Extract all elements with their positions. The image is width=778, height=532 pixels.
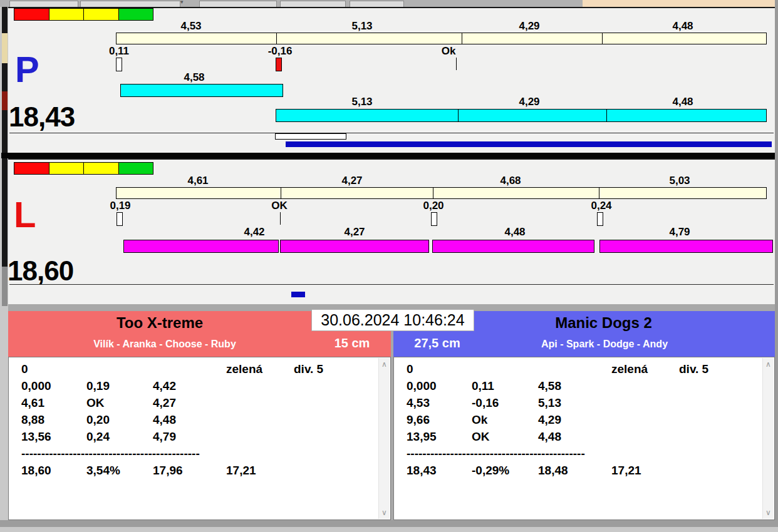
dog-names: Vilík - Aranka - Choose - Ruby <box>39 339 290 350</box>
p-fault-label: 0,11 <box>88 45 150 58</box>
edge-patch <box>2 33 8 63</box>
background-window-toolbar: ▾ <box>0 0 778 7</box>
scrollbar[interactable]: ∧ ∨ <box>762 358 774 519</box>
results-textarea[interactable]: 0zelenádiv. 50,0000,114,584,53-0,165,139… <box>393 357 775 520</box>
table-cell: 18,60 <box>21 464 51 478</box>
background-tab[interactable] <box>199 1 277 7</box>
table-row: 18,603,54%17,9617,21 <box>9 464 379 481</box>
scroll-down-icon[interactable]: ∨ <box>379 508 390 518</box>
fault-marker-white <box>117 212 123 226</box>
bottom-strip <box>0 520 778 527</box>
p-fault-label: -0,16 <box>249 45 311 58</box>
table-cell: 4,27 <box>153 396 176 410</box>
table-cell: 9,66 <box>407 413 430 427</box>
section-separator <box>1 153 775 158</box>
traffic-light-indicator <box>14 8 153 21</box>
p-bar-label: 4,58 <box>163 71 226 84</box>
scroll-down-icon[interactable]: ∨ <box>763 508 774 518</box>
fault-marker-red <box>276 58 282 71</box>
table-row: ----------------------------------------… <box>394 447 763 464</box>
fault-marker-white <box>431 212 437 226</box>
traffic-light-yellow <box>49 8 85 21</box>
l-total-time: 18,60 <box>8 258 73 284</box>
table-cell: 13,56 <box>21 430 51 444</box>
l-split-bar <box>432 240 594 253</box>
edge-patch <box>2 91 8 110</box>
ruler-divider <box>281 188 281 198</box>
table-cell: 18,43 <box>407 464 437 478</box>
fault-marker-white <box>597 212 603 226</box>
table-row: 8,880,204,48 <box>9 413 379 430</box>
table-cell: OK <box>86 396 105 410</box>
table-cell: div. 5 <box>294 362 323 376</box>
p-bar-label: 5,13 <box>331 96 393 108</box>
p-split-label: 4,53 <box>160 20 222 33</box>
l-bar-label: 4,48 <box>484 226 546 238</box>
table-cell: -0,29% <box>472 464 509 478</box>
table-cell: 17,21 <box>611 464 641 478</box>
table-cell: -0,16 <box>472 396 499 410</box>
p-bar-label: 4,48 <box>651 96 714 108</box>
p-progress-bar <box>286 141 772 147</box>
scrollbar[interactable]: ∧ ∨ <box>378 358 390 519</box>
table-row: 13,95OK4,48 <box>394 430 763 447</box>
app-window: ▾ 4,53 5,13 4,29 4,48 0,11 -0,16 Ok P 4,… <box>0 0 778 532</box>
table-cell: 0,000 <box>21 379 51 393</box>
background-tab[interactable] <box>80 1 180 7</box>
results-rows: 0zelenádiv. 50,0000,194,424,61OK4,278,88… <box>9 362 379 519</box>
background-tab[interactable] <box>9 1 78 7</box>
jump-height: 27,5 cm <box>393 336 481 350</box>
ruler-divider <box>276 33 277 44</box>
table-cell: 0,20 <box>86 413 110 427</box>
table-row: 0zelenádiv. 5 <box>394 362 763 379</box>
table-cell: ----------------------------------------… <box>407 447 585 461</box>
scroll-up-icon[interactable]: ∧ <box>763 359 774 369</box>
bar-divider <box>458 110 459 121</box>
p-split-label: 4,48 <box>651 20 714 33</box>
p-bar-label: 4,29 <box>498 96 561 108</box>
ruler-divider <box>599 188 599 198</box>
table-cell: 3,54% <box>86 464 120 478</box>
table-cell: 4,79 <box>153 430 176 444</box>
table-cell: 17,96 <box>153 464 183 478</box>
background-tab[interactable] <box>280 1 346 7</box>
background-tab[interactable] <box>350 1 404 7</box>
team-name: Manic Dogs 2 <box>432 314 775 332</box>
ruler-divider <box>433 188 433 198</box>
team-panel-right: Manic Dogs 2 Api - Spark - Dodge - Andy … <box>393 311 775 520</box>
l-split-bar <box>123 240 279 253</box>
l-split-label: 5,03 <box>648 175 711 187</box>
table-cell: 17,21 <box>226 464 256 478</box>
p-split-label: 5,13 <box>331 20 393 33</box>
results-rows: 0zelenádiv. 50,0000,114,584,53-0,165,139… <box>394 362 763 519</box>
traffic-light-green <box>118 162 154 175</box>
l-fault-label: 0,19 <box>89 200 152 212</box>
traffic-light-yellow <box>49 162 85 175</box>
l-split-label: 4,68 <box>479 175 542 187</box>
table-cell: 0 <box>21 362 28 376</box>
table-cell: 18,48 <box>538 464 568 478</box>
scroll-up-icon[interactable]: ∧ <box>379 359 390 369</box>
p-split-bar <box>276 109 767 122</box>
l-bar-label: 4,79 <box>648 226 711 238</box>
team-name: Too X-treme <box>8 314 311 332</box>
l-lane-letter: L <box>14 199 36 230</box>
l-split-bar <box>280 240 429 253</box>
table-cell: 4,61 <box>21 396 44 410</box>
dog-names: Api - Spark - Dodge - Andy <box>479 339 730 350</box>
p-lane-letter: P <box>15 54 39 85</box>
sub-panel-line <box>9 284 774 285</box>
l-split-label: 4,61 <box>167 175 229 187</box>
toolbar-chevron-icon: ▾ <box>180 0 184 5</box>
table-row: 9,66Ok4,29 <box>394 413 763 430</box>
table-row: 0zelenádiv. 5 <box>9 362 379 379</box>
table-row: 0,0000,114,58 <box>394 379 763 396</box>
table-cell: Ok <box>472 413 487 427</box>
table-cell: div. 5 <box>679 362 708 376</box>
results-textarea[interactable]: 0zelenádiv. 50,0000,194,424,61OK4,278,88… <box>8 357 391 520</box>
p-total-time: 18,43 <box>9 104 75 130</box>
fault-marker-line <box>456 58 457 70</box>
jump-height: 15 cm <box>308 336 396 350</box>
traffic-light-red <box>14 162 49 175</box>
l-fault-label: 0,20 <box>402 200 465 212</box>
